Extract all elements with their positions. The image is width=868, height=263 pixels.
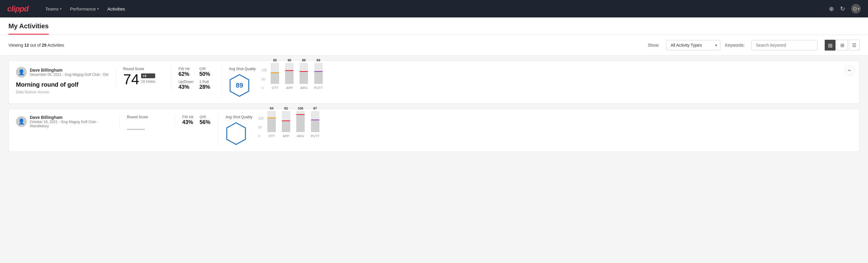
bar-label-1-3: PUTT xyxy=(311,134,319,138)
bar-value-1-1: 82 xyxy=(284,107,288,110)
bar-inner-0-0 xyxy=(271,72,279,84)
avatar-person-icon-1: 👤 xyxy=(18,118,25,125)
bar-label-1-2: ARG xyxy=(297,134,304,138)
bar-value-0-2: 89 xyxy=(302,58,306,62)
teams-chevron-icon: ▾ xyxy=(60,7,62,11)
activity-title-0: Morning round of golf xyxy=(16,81,108,88)
avatar-person-icon: 👤 xyxy=(18,69,25,76)
bar-value-0-0: 85 xyxy=(273,58,277,62)
score-placeholder-1 xyxy=(127,129,145,130)
bar-marker-0-2 xyxy=(300,71,308,72)
toolbar: Viewing 12 out of 29 Activities Show: Al… xyxy=(0,35,868,56)
bar-chart-0: 85OTT90APP89ARG89PUTT xyxy=(271,68,323,96)
fw-hit-value-1: 43% xyxy=(182,119,194,125)
score-number-0: 74 xyxy=(123,72,139,87)
bar-label-0-2: ARG xyxy=(300,86,307,90)
bar-col-0-3: 89PUTT xyxy=(314,58,323,90)
activity-card-0: 👤 Dave Billingham December 05, 2021 - Go… xyxy=(8,60,860,104)
view-buttons: ▤ ⊞ ☰ xyxy=(825,40,860,51)
bar-col-1-2: 106ARG xyxy=(296,107,305,138)
gir-stat-1: GIR 56% xyxy=(200,115,211,125)
card-quality-0: Avg Shot Quality 89 100 50 0 85OTT90APP8… xyxy=(221,67,852,97)
bar-inner-0-1 xyxy=(285,70,293,84)
user-info-0: Dave Billingham December 05, 2021 - Gog … xyxy=(30,68,108,77)
y-label-100-0: 100 xyxy=(262,68,267,72)
compact-list-view-button[interactable]: ▤ xyxy=(825,40,836,51)
keywords-label: Keywords: xyxy=(725,43,745,48)
search-input[interactable] xyxy=(751,40,817,50)
refresh-icon[interactable]: ↻ xyxy=(840,5,845,12)
edit-icon-0: ✏ xyxy=(848,68,851,73)
date-course-1: October 16, 2021 - Gog Magog Golf Club -… xyxy=(30,120,112,128)
bar-marker-1-1 xyxy=(282,120,290,121)
score-badge-0: +4 xyxy=(141,74,155,78)
bar-col-0-0: 85OTT xyxy=(271,58,279,90)
nav-teams[interactable]: Teams ▾ xyxy=(45,6,62,11)
quality-label-1: Avg Shot Quality xyxy=(225,115,252,119)
gir-value-1: 56% xyxy=(200,119,211,125)
grid-view-button[interactable]: ⊞ xyxy=(837,40,847,51)
score-label-1: Round Score xyxy=(127,115,167,119)
updown-label-0: Up/Down xyxy=(178,80,193,84)
nav-performance[interactable]: Performance ▾ xyxy=(70,6,99,11)
bar-value-0-3: 89 xyxy=(317,58,320,62)
add-icon[interactable]: ⊕ xyxy=(829,5,834,12)
nav-activities[interactable]: Activities xyxy=(107,6,125,11)
fw-hit-stat-0: FW Hit 62% xyxy=(178,67,193,77)
compact-list-icon: ▤ xyxy=(828,42,833,48)
activity-card-1: 👤 Dave Billingham October 16, 2021 - Gog… xyxy=(8,109,860,152)
activity-type-select[interactable]: All Activity Types xyxy=(666,40,720,50)
grid-icon: ⊞ xyxy=(840,42,844,48)
fw-hit-label-1: FW Hit xyxy=(182,115,194,119)
bar-label-0-3: PUTT xyxy=(314,86,323,90)
hexagon-score-0: 89 xyxy=(236,82,243,89)
one-putt-value-0: 28% xyxy=(199,84,214,90)
bar-value-1-2: 106 xyxy=(298,107,303,110)
bar-inner-1-3 xyxy=(311,119,319,132)
user-info-1: Dave Billingham October 16, 2021 - Gog M… xyxy=(30,115,112,128)
bar-col-1-3: 87PUTT xyxy=(311,107,319,138)
card-score-1: Round Score xyxy=(119,115,167,130)
bar-value-0-1: 90 xyxy=(287,58,291,62)
avatar-0: 👤 xyxy=(16,67,27,78)
page-header: My Activities xyxy=(0,18,868,35)
bar-chart-1: 94OTT82APP106ARG87PUTT xyxy=(268,117,319,144)
y-label-0-1: 0 xyxy=(258,135,264,138)
quality-section-1: Avg Shot Quality xyxy=(225,115,252,146)
score-main-0: 74 +4 18 Holes xyxy=(123,72,164,87)
quality-label-0: Avg Shot Quality xyxy=(229,67,256,71)
y-axis-labels-1: 100 50 0 xyxy=(258,117,264,138)
bar-outer-0-2 xyxy=(300,63,308,84)
score-label-0: Round Score xyxy=(123,67,164,71)
card-quality-1: Avg Shot Quality 100 50 0 94OTT82APP106A… xyxy=(218,115,852,146)
list-view-button[interactable]: ☰ xyxy=(849,40,860,51)
card-score-0: Round Score 74 +4 18 Holes xyxy=(116,67,164,87)
bar-outer-1-0 xyxy=(268,111,276,132)
gir-value-0: 50% xyxy=(199,71,214,77)
bar-marker-0-0 xyxy=(271,72,279,73)
edit-button-0[interactable]: ✏ xyxy=(845,66,855,75)
bar-marker-0-1 xyxy=(285,70,293,71)
user-avatar[interactable]: ⊙ ▾ xyxy=(851,4,861,13)
bar-chart-container-0: 100 50 0 85OTT90APP89ARG89PUTT xyxy=(262,68,323,96)
holes-text-0: 18 Holes xyxy=(141,80,155,84)
nav-links: Teams ▾ Performance ▾ Activities xyxy=(45,6,125,11)
date-course-0: December 05, 2021 - Gog Magog Golf Club … xyxy=(30,72,108,77)
card-stats-1: FW Hit 43% GIR 56% xyxy=(175,115,211,125)
bar-inner-1-1 xyxy=(282,120,290,132)
score-main-1 xyxy=(127,120,167,130)
hexagon-1 xyxy=(225,122,247,146)
viewing-count-text: Viewing 12 out of 29 Activities xyxy=(8,43,64,48)
card-left-1: 👤 Dave Billingham October 16, 2021 - Gog… xyxy=(16,115,112,130)
bar-col-1-1: 82APP xyxy=(282,107,290,138)
bar-marker-1-2 xyxy=(296,114,305,115)
bar-label-1-0: OTT xyxy=(268,134,275,138)
user-row-1: 👤 Dave Billingham October 16, 2021 - Gog… xyxy=(16,115,112,128)
fw-hit-label-0: FW Hit xyxy=(178,67,193,71)
bar-label-0-1: APP xyxy=(286,86,292,90)
card-stats-0: FW Hit 62% GIR 50% Up/Down 43% 1 Putt 28… xyxy=(171,67,214,90)
bar-outer-0-1 xyxy=(285,63,293,84)
data-source-0: Data Source: Arccos xyxy=(16,90,108,94)
bar-value-1-3: 87 xyxy=(313,107,317,110)
gir-label-1: GIR xyxy=(200,115,211,119)
